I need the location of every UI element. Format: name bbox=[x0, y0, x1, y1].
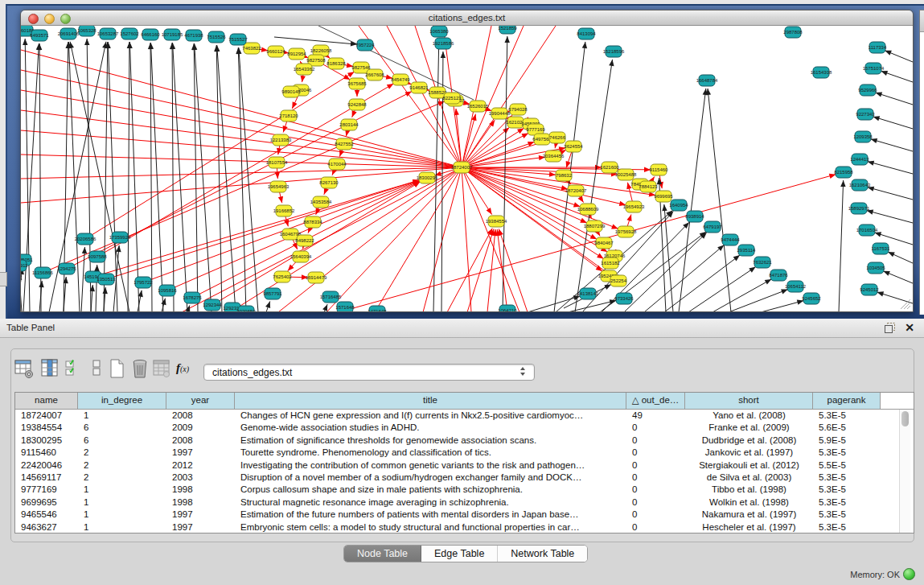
table-row[interactable]: 946554611997Estimation of the future num… bbox=[15, 509, 914, 521]
graph-node[interactable]: 9660124 bbox=[266, 46, 285, 57]
graph-edge[interactable] bbox=[495, 229, 507, 311]
graph-node[interactable]: 9840467 bbox=[594, 237, 614, 249]
table-cell[interactable]: 1997 bbox=[166, 521, 235, 534]
table-cell[interactable]: 2 bbox=[78, 447, 166, 459]
table-cell[interactable]: Estimation of the future numbers of pati… bbox=[235, 509, 626, 521]
table-cell[interactable]: 0 bbox=[626, 521, 685, 534]
graph-node[interactable]: 8912954 bbox=[287, 48, 306, 60]
table-cell[interactable]: 2003 bbox=[166, 472, 235, 484]
graph-node[interactable]: 9529966 bbox=[858, 84, 877, 96]
network-window-titlebar[interactable]: citations_edges.txt bbox=[21, 10, 913, 26]
graph-node[interactable]: 8413094 bbox=[577, 28, 596, 39]
graph-node[interactable]: 1350513 bbox=[97, 274, 116, 285]
graph-node[interactable]: 17016504 bbox=[856, 225, 878, 236]
graph-edge[interactable] bbox=[102, 287, 107, 311]
table-cell[interactable]: 2008 bbox=[166, 435, 235, 447]
graph-node[interactable]: 16914479 bbox=[306, 272, 327, 283]
table-cell[interactable]: 9115460 bbox=[15, 447, 78, 459]
graph-node[interactable]: 15716485 bbox=[320, 291, 342, 303]
table-cell[interactable]: 22420046 bbox=[15, 459, 78, 472]
network-window[interactable]: citations_edges.txt 18724007832203716526… bbox=[20, 10, 914, 312]
table-cell[interactable]: Changes of HCN gene expression and I(f) … bbox=[235, 410, 626, 422]
graph-node[interactable]: 1615182 bbox=[601, 257, 620, 269]
table-row[interactable]: 977716911998Corpus callosum shape and si… bbox=[15, 484, 914, 496]
table-cell[interactable]: Hescheler et al. (1997) bbox=[685, 521, 813, 534]
table-cell[interactable]: Tourette syndrome. Phenomenology and cla… bbox=[235, 447, 626, 459]
graph-node[interactable]: 1244413 bbox=[850, 154, 869, 165]
table-vertical-scrollbar[interactable] bbox=[899, 410, 910, 533]
table-cell[interactable]: 5.6E-5 bbox=[813, 422, 881, 434]
graph-node[interactable]: 1521859 bbox=[498, 26, 517, 34]
table-cell[interactable]: 5.3E-5 bbox=[813, 496, 881, 509]
table-cell[interactable]: 6 bbox=[78, 422, 166, 434]
graph-node[interactable]: 9733426 bbox=[614, 293, 634, 304]
graph-node[interactable]: 6794028 bbox=[508, 104, 528, 115]
graph-edge[interactable] bbox=[215, 45, 236, 311]
table-cell[interactable]: 19384554 bbox=[15, 422, 78, 434]
table-cell[interactable]: 9465546 bbox=[15, 509, 78, 521]
table-cell[interactable]: 5.3E-5 bbox=[813, 484, 881, 496]
table-cell[interactable]: Genome-wide association studies in ADHD. bbox=[235, 422, 626, 434]
graph-node[interactable]: 1095816 bbox=[158, 285, 177, 296]
graph-node[interactable]: 7625402 bbox=[273, 271, 292, 282]
graph-edge[interactable] bbox=[161, 299, 166, 311]
table-cell[interactable]: 0 bbox=[626, 435, 685, 447]
graph-edge[interactable] bbox=[881, 71, 913, 82]
graph-node[interactable]: 11156866 bbox=[32, 267, 53, 278]
graph-edge[interactable] bbox=[868, 187, 913, 200]
graph-edge[interactable] bbox=[265, 301, 270, 311]
table-cell[interactable]: Wolkin et al. (1998) bbox=[685, 496, 813, 509]
graph-node[interactable]: 9474444 bbox=[721, 234, 740, 245]
table-cell[interactable]: 2 bbox=[78, 472, 166, 484]
graph-node[interactable]: 7957224 bbox=[355, 39, 375, 51]
graph-node[interactable]: 20691406 bbox=[58, 28, 80, 39]
table-cell[interactable]: 0 bbox=[626, 509, 685, 521]
graph-edge[interactable] bbox=[462, 26, 556, 167]
graph-edge[interactable] bbox=[839, 180, 846, 311]
table-cell[interactable]: 5.5E-5 bbox=[813, 459, 881, 472]
graph-edge[interactable] bbox=[192, 43, 211, 311]
table-row[interactable]: 911546021997Tourette syndrome. Phenomeno… bbox=[15, 447, 914, 459]
column-header-name[interactable]: name bbox=[15, 393, 78, 409]
graph-node[interactable]: 17359924 bbox=[109, 232, 131, 243]
graph-edge[interactable] bbox=[462, 142, 535, 167]
graph-node[interactable]: 7632621 bbox=[753, 257, 772, 268]
column-header-title[interactable]: title bbox=[235, 393, 626, 409]
graph-node[interactable]: 2803144 bbox=[339, 119, 359, 130]
table-cell[interactable]: Structural magnetic resonance image aver… bbox=[235, 496, 626, 509]
graph-edge[interactable] bbox=[729, 289, 788, 311]
table-row[interactable]: 1830029562008Estimation of significance … bbox=[15, 435, 914, 447]
resize-grip[interactable] bbox=[898, 297, 911, 310]
graph-node[interactable]: 15892971 bbox=[848, 203, 870, 214]
graph-edge[interactable] bbox=[761, 300, 803, 311]
graph-node[interactable]: 8215958 bbox=[834, 167, 853, 178]
graph-edge[interactable] bbox=[462, 134, 528, 167]
table-select-dropdown[interactable]: citations_edges.txt bbox=[203, 364, 535, 381]
graph-edge[interactable] bbox=[867, 210, 913, 223]
graph-node[interactable]: 1034505 bbox=[866, 262, 885, 274]
graph-node[interactable]: 1571648 bbox=[335, 302, 355, 311]
graph-node[interactable]: 19166852 bbox=[273, 205, 295, 216]
graph-node[interactable]: 8471876 bbox=[769, 270, 788, 281]
delete-icon[interactable] bbox=[130, 358, 150, 379]
table-cell[interactable]: Tibbo et al. (1998) bbox=[685, 484, 813, 496]
close-panel-icon[interactable]: ✕ bbox=[905, 321, 914, 334]
table-cell[interactable]: 1 bbox=[78, 521, 166, 534]
graph-edge[interactable] bbox=[462, 167, 471, 311]
graph-node[interactable]: 1065380 bbox=[429, 26, 449, 37]
table-cell[interactable]: 5.3E-5 bbox=[813, 410, 881, 422]
row-chooser-icon[interactable] bbox=[88, 358, 107, 379]
graph-node[interactable]: 6466160 bbox=[141, 29, 160, 40]
graph-node[interactable]: 2020650 bbox=[236, 306, 256, 311]
graph-node[interactable]: 10654112 bbox=[785, 281, 807, 292]
graph-node[interactable]: 1167531 bbox=[872, 243, 891, 254]
table-settings-icon[interactable] bbox=[14, 358, 34, 379]
graph-node[interactable]: 2667608 bbox=[365, 69, 384, 80]
column-header-short[interactable]: short bbox=[685, 393, 813, 409]
table-cell[interactable]: 18724007 bbox=[15, 410, 78, 422]
table-cell[interactable]: 5.3E-5 bbox=[813, 472, 881, 484]
table-cell[interactable]: 0 bbox=[626, 484, 685, 496]
graph-node[interactable]: 1527602 bbox=[120, 28, 139, 39]
column-header-pagerank[interactable]: pagerank bbox=[813, 393, 881, 409]
graph-edge[interactable] bbox=[185, 305, 190, 311]
